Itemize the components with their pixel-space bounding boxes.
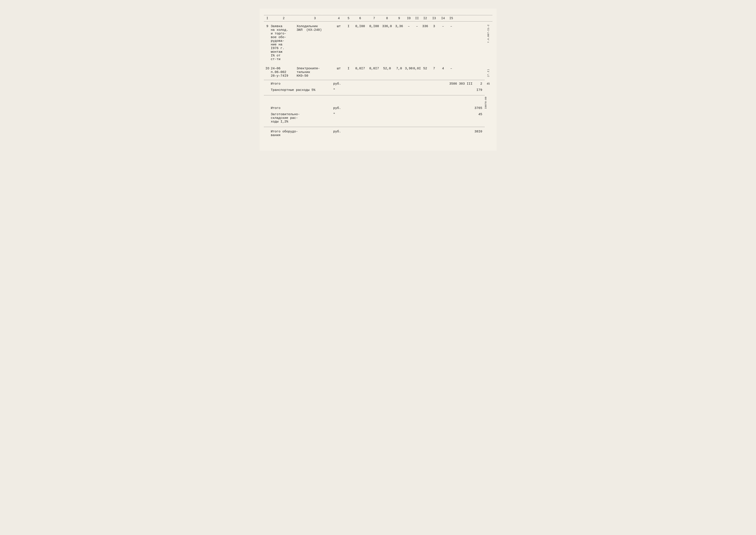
row-9-col13: 3: [429, 25, 439, 61]
row-9-col10: –: [405, 25, 413, 61]
row-10-col15: –: [447, 67, 455, 78]
row-10-col5: I: [345, 67, 353, 78]
row-10-col9: 7,0: [394, 67, 405, 78]
col-num-14: I4: [439, 16, 447, 20]
row-9-col6: 0,I00: [353, 25, 368, 61]
side-label-row10: (Г.I): [487, 68, 490, 78]
col-num-11: II: [413, 16, 421, 20]
summary-label-5: Итого оборудо- вания: [271, 130, 333, 137]
row-num-10: IO: [264, 67, 271, 78]
summary-unit-2: ": [333, 88, 345, 92]
col-num-13: I3: [429, 16, 439, 20]
row-10-col11: 0,0I: [413, 67, 421, 78]
side-label-summary-3: I8078-80: [485, 97, 492, 109]
summary-row-4: Заготовительно- складские рас- ходы I,2%…: [264, 112, 485, 124]
table-row: IO 24–06 п.06–002 28–у–74I9 Электрокипя-…: [264, 66, 485, 79]
row-num-9: 9: [264, 25, 271, 61]
row-10-col2: 24–06 п.06–002 28–у–74I9: [271, 67, 297, 78]
row-9-col11: –: [413, 25, 421, 61]
summary-unit-4: ": [333, 113, 345, 116]
summary-label-3: Итого: [271, 106, 333, 110]
summary-label-2: Транспортные расходы 5%: [271, 88, 333, 92]
summary-value-5: 38I0: [345, 130, 485, 133]
row-10-col13: 7: [429, 67, 439, 78]
row-10-col12: 52: [421, 67, 429, 78]
col-num-6: 6: [353, 16, 368, 20]
col-num-8: 8: [381, 16, 394, 20]
separator-line-3: [264, 127, 485, 127]
row-9-col14: –: [439, 25, 447, 61]
column-header-row: I 2 3 4 5 6 7 8 9 IO II I2 I3 I4 I5: [264, 15, 492, 21]
col-num-7: 7: [368, 16, 381, 20]
row-10-col14: 4: [439, 67, 447, 78]
row-10-col6: 0,0I7: [353, 67, 368, 78]
row-9-col2: Заявка на холод. и торго- вое обо- рудов…: [271, 25, 297, 61]
summary-label-4: Заготовительно- складские рас- ходы I,2%: [271, 113, 333, 124]
summary-value-1: 3586 303 III 2: [345, 82, 485, 86]
summary-unit-5: руб.: [333, 130, 345, 133]
col-num-12: I2: [421, 16, 429, 20]
summary-row-1: Итого руб. 3586 303 III 2: [264, 81, 485, 86]
row-10-col7: 0,0I7: [368, 67, 381, 78]
col-num-10: IO: [405, 16, 413, 20]
col-num-2: 2: [271, 16, 297, 20]
row-10-col8: 52,0: [381, 67, 394, 78]
col-num-4: 4: [333, 16, 345, 20]
separator-line-1: [264, 80, 485, 80]
row-9-col8: 336,0: [381, 25, 394, 61]
row-9-col9: 3,36: [394, 25, 405, 61]
summary-row-5: Итого оборудо- вания руб. 38I0: [264, 129, 485, 138]
col-num-9: 9: [394, 16, 405, 20]
summary-value-3: 3765: [345, 106, 485, 110]
summary-row-3: Итого руб. 3765: [264, 106, 485, 111]
col-num-5: 5: [345, 16, 353, 20]
summary-label-1: Итого: [271, 82, 333, 86]
row-9-unit: шт: [333, 25, 345, 61]
row-9-col7: 0,I00: [368, 25, 381, 61]
row-10-unit: шт: [333, 67, 345, 78]
row-9-col5: I: [345, 25, 353, 61]
row-9-col3: Холодильник ЗИЛ (КХ–240): [297, 25, 333, 61]
summary-unit-1: руб.: [333, 82, 345, 86]
row-10-col3: Электрокипя- тильник КНЭ–50: [297, 67, 333, 78]
side-label-summary-1: 45: [485, 82, 492, 85]
summary-value-2: I79: [345, 88, 485, 92]
summary-value-4: 45: [345, 113, 485, 116]
row-9-col15: –: [447, 25, 455, 61]
row-9-col12: 336: [421, 25, 429, 61]
col-num-1: I: [264, 16, 271, 20]
table-row: 9 Заявка на холод. и торго- вое обо- руд…: [264, 24, 485, 62]
col-num-15: I5: [447, 16, 455, 20]
col-num-3: 3: [297, 16, 333, 20]
summary-row-2: Транспортные расходы 5% " I79: [264, 88, 485, 93]
separator-line-2: [264, 95, 485, 96]
side-label-row9: т.п.807-I1-2: [487, 24, 490, 44]
summary-unit-3: руб.: [333, 106, 345, 110]
page: I 2 3 4 5 6 7 8 9 IO II I2 I3 I4 I5 9 За…: [260, 9, 496, 151]
row-10-col10: 3,98: [405, 67, 413, 78]
